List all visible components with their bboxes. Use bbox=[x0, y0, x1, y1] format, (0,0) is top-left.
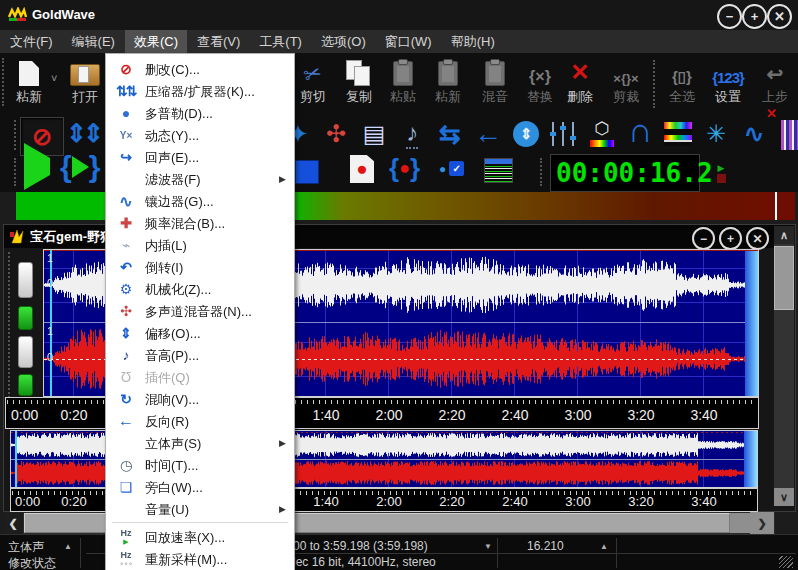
menu-item-dynamics[interactable]: Y×动态(Y)... bbox=[107, 124, 293, 146]
flanger-icon: ∿ bbox=[115, 190, 137, 212]
pop-removal-button[interactable]: ✳ bbox=[699, 116, 733, 152]
scroll-down-button[interactable]: ∨ bbox=[774, 488, 794, 506]
scrollbar-track[interactable] bbox=[730, 513, 750, 533]
paste-new-button[interactable]: 粘新 bbox=[425, 56, 471, 114]
time-display-value: 00:00:16.2 bbox=[551, 158, 713, 188]
monitor-toggle-button[interactable]: ● ✓ bbox=[439, 161, 464, 176]
menu-options[interactable]: 选项(O) bbox=[312, 30, 375, 54]
cut-button[interactable]: ✂ 剪切 bbox=[290, 56, 336, 114]
menu-effects[interactable]: 效果(C) bbox=[125, 30, 187, 54]
balance-fader[interactable] bbox=[18, 306, 33, 330]
trim-button[interactable]: ×{}× 剪裁 bbox=[603, 56, 649, 114]
reverb-gate-icon: ∩ bbox=[628, 115, 653, 146]
toolbar-grip[interactable] bbox=[14, 120, 18, 150]
menu-item-plugin[interactable]: Ω插件(Q) bbox=[107, 366, 293, 388]
menu-item-interpolate[interactable]: ⌁内插(L) bbox=[107, 234, 293, 256]
menu-item-flanger[interactable]: ∿镶边器(G)... bbox=[107, 190, 293, 212]
toolbar-grip[interactable] bbox=[540, 158, 544, 186]
toolbar-grip[interactable] bbox=[14, 158, 18, 186]
menu-item-frequency-blend[interactable]: ✚频率混合(B)... bbox=[107, 212, 293, 234]
menu-item-volume[interactable]: 音量(U)▶ bbox=[107, 498, 293, 520]
menu-item-time[interactable]: ◷时间(T)... bbox=[107, 454, 293, 476]
maximize-button[interactable]: + bbox=[742, 4, 767, 29]
menu-item-invert[interactable]: ↶倒转(I) bbox=[107, 256, 293, 278]
selection-dropdown[interactable]: ▼ bbox=[484, 542, 492, 551]
reverb-button[interactable]: ∩ bbox=[623, 112, 657, 148]
menu-tools[interactable]: 工具(T) bbox=[250, 30, 311, 54]
menu-item-doppler[interactable]: ●多普勒(D)... bbox=[107, 102, 293, 124]
balance-fader[interactable] bbox=[18, 374, 33, 396]
menu-view[interactable]: 查看(V) bbox=[188, 30, 249, 54]
reverse-button[interactable]: ← bbox=[471, 116, 505, 152]
menu-item-compressor-expander[interactable]: ⇅⇅压缩器/扩展器(K)... bbox=[107, 80, 293, 102]
menu-help[interactable]: 帮助(H) bbox=[442, 30, 504, 54]
title-bar[interactable]: GoldWave − + ✕ bbox=[0, 0, 798, 30]
scroll-right-button[interactable]: ❯ bbox=[750, 512, 774, 534]
offset-button[interactable]: ⇕ bbox=[509, 116, 543, 152]
copy-button[interactable]: 复制 bbox=[336, 56, 382, 114]
menu-item-voice-over[interactable]: ❏旁白(W)... bbox=[107, 476, 293, 498]
pitch-button[interactable]: ♪ bbox=[395, 116, 429, 152]
menu-file[interactable]: 文件(F) bbox=[1, 30, 62, 54]
channel-mode-cell[interactable]: 立体声 bbox=[8, 539, 44, 556]
swap-channels-button[interactable]: ⇆ bbox=[433, 116, 467, 152]
silence-button[interactable]: ∿✕ bbox=[737, 116, 771, 152]
menu-separator bbox=[112, 522, 288, 523]
minimize-button[interactable]: − bbox=[717, 4, 742, 29]
volume-fader[interactable] bbox=[18, 336, 33, 368]
playlist-button[interactable]: ▤ bbox=[357, 116, 391, 152]
trim-arrows-button[interactable]: ⇕⇕ bbox=[66, 119, 100, 148]
volume-fader[interactable] bbox=[18, 262, 33, 298]
menu-window[interactable]: 窗口(W) bbox=[376, 30, 441, 54]
menu-item-resample[interactable]: Hz∘∘∘重新采样(M)... bbox=[107, 548, 293, 570]
paste-button[interactable]: 粘贴 bbox=[380, 56, 426, 114]
resize-grip[interactable] bbox=[779, 556, 793, 568]
clipboard-mix-icon bbox=[485, 61, 505, 86]
menu-edit[interactable]: 编辑(E) bbox=[63, 30, 124, 54]
record-button[interactable]: ● bbox=[350, 155, 374, 183]
menu-item-channel-mixer[interactable]: ✣多声道混音器(N)... bbox=[107, 300, 293, 322]
menu-item-offset[interactable]: ⇕偏移(O)... bbox=[107, 322, 293, 344]
menu-item-filter[interactable]: 滤波器(F)▶ bbox=[107, 168, 293, 190]
mix-button[interactable]: 混音 bbox=[472, 56, 518, 114]
open-dropdown-caret[interactable]: ˅ bbox=[51, 72, 57, 84]
close-button[interactable]: ✕ bbox=[767, 4, 792, 29]
menu-item-censor[interactable]: ⊘删改(C)... bbox=[107, 58, 293, 80]
menu-item-mechanize[interactable]: ⚙机械化(Z)... bbox=[107, 278, 293, 300]
menu-item-reverb[interactable]: ↻混响(V)... bbox=[107, 388, 293, 410]
play-button[interactable] bbox=[24, 158, 50, 176]
stop-button[interactable] bbox=[295, 160, 319, 184]
play-selection-button[interactable]: { } bbox=[60, 152, 100, 182]
menu-item-reverse[interactable]: ←反向(R) bbox=[107, 410, 293, 432]
rate-spin-up[interactable]: ▲ bbox=[600, 542, 608, 551]
paste-new-file-button[interactable]: 粘新 bbox=[6, 56, 52, 114]
clipped-toolbar-button[interactable] bbox=[781, 120, 798, 150]
menu-item-stereo[interactable]: 立体声(S)▶ bbox=[107, 432, 293, 454]
doc-minimize-button[interactable]: − bbox=[692, 227, 715, 250]
channel-spin-up[interactable]: ▲ bbox=[64, 542, 72, 551]
modify-status-cell[interactable]: 修改状态 bbox=[8, 555, 56, 570]
scroll-left-button[interactable]: ❮ bbox=[3, 512, 23, 534]
channel-mixer-icon: ✣ bbox=[115, 300, 137, 322]
rate-value[interactable]: 16.210 bbox=[527, 539, 564, 553]
mixer-button[interactable]: ✣ bbox=[319, 116, 353, 152]
select-all-button[interactable]: {▯} 全选 bbox=[659, 56, 705, 114]
trim-icon: ×{}× bbox=[613, 71, 638, 86]
doc-close-button[interactable]: ✕ bbox=[746, 227, 769, 250]
record-selection-button[interactable]: { ● } bbox=[389, 155, 420, 181]
open-button[interactable]: 打开 bbox=[62, 56, 108, 114]
scrollbar-thumb[interactable] bbox=[774, 246, 794, 310]
equalizer-button[interactable] bbox=[547, 116, 581, 152]
menu-item-pitch[interactable]: ♪音高(P)... bbox=[107, 344, 293, 366]
filter-button[interactable]: ⬡ bbox=[585, 114, 619, 150]
menu-item-playback-rate[interactable]: Hz▶回放速率(X)... bbox=[107, 526, 293, 548]
set-selection-button[interactable]: {123} 设置 bbox=[705, 56, 751, 114]
delete-button[interactable]: ✕ 删除 bbox=[557, 56, 603, 114]
scroll-up-button[interactable]: ∧ bbox=[774, 226, 794, 244]
menu-item-echo[interactable]: ↪回声(E)... bbox=[107, 146, 293, 168]
vertical-scrollbar[interactable]: ∧ ∨ bbox=[774, 226, 794, 506]
doc-maximize-button[interactable]: + bbox=[719, 227, 742, 250]
noise-gate-button[interactable] bbox=[661, 116, 695, 152]
selection-info[interactable]: 00 to 3:59.198 (3:59.198) bbox=[293, 539, 428, 553]
control-panel-button[interactable] bbox=[484, 158, 513, 183]
